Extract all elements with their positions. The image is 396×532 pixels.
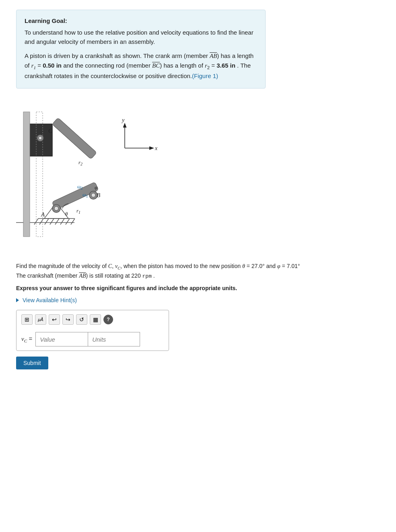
- help-button[interactable]: ?: [103, 315, 113, 324]
- figure1-link[interactable]: (Figure 1): [192, 72, 218, 79]
- value-input[interactable]: [35, 332, 88, 346]
- label-r1: r1: [76, 208, 80, 214]
- label-omega2: ω2: [77, 184, 83, 190]
- pin-B-inner: [91, 193, 95, 197]
- pin-C-inner: [39, 136, 42, 140]
- coordinate-axes: y x: [121, 117, 158, 151]
- undo-button[interactable]: ↩: [49, 314, 60, 325]
- phi-value: φ: [277, 263, 280, 269]
- label-theta: θ: [65, 211, 68, 217]
- vc-symbol: vC: [115, 263, 120, 269]
- matrix-button[interactable]: ⊞: [21, 314, 33, 325]
- label-r2: r2: [78, 159, 82, 166]
- express-text: Express your answer to three significant…: [16, 285, 380, 291]
- connecting-rod-BC: [52, 118, 97, 159]
- reset-icon: ↺: [79, 316, 84, 323]
- label-C: C: [48, 128, 53, 134]
- member-AB-q: AB: [79, 273, 86, 279]
- units-input[interactable]: [88, 332, 140, 346]
- svg-rect-14: [23, 112, 30, 237]
- answer-toolbar: ⊞ μÅ ↩ ↪ ↺ ▦ ?: [21, 314, 164, 328]
- r1-subscript: 1: [34, 65, 36, 70]
- keyboard-icon: ▦: [93, 316, 98, 323]
- submit-button[interactable]: Submit: [16, 357, 48, 369]
- hint-link[interactable]: View Available Hint(s): [16, 297, 380, 303]
- help-icon: ?: [107, 317, 109, 322]
- member-AB-text: AB: [210, 53, 217, 59]
- unit-button[interactable]: μÅ: [35, 314, 46, 325]
- hint-arrow-icon: [16, 298, 19, 302]
- label-phi: φ: [95, 184, 97, 190]
- matrix-icon: ⊞: [25, 316, 29, 323]
- learning-goal-title: Learning Goal:: [25, 17, 257, 24]
- problem-description: A piston is driven by a crankshaft as sh…: [25, 51, 257, 81]
- input-row: vC =: [21, 332, 164, 346]
- member-BC-text: BC: [152, 62, 160, 69]
- question-text: Find the magnitude of the velocity of C,…: [16, 262, 362, 280]
- svg-line-9: [66, 219, 70, 225]
- crankshaft-figure: y x C B A r2 r1 ω2 φ ω1 θ: [16, 100, 169, 249]
- redo-icon: ↪: [66, 316, 70, 323]
- x-axis-label: x: [155, 145, 158, 151]
- svg-line-6: [50, 219, 54, 225]
- svg-line-7: [55, 219, 59, 225]
- label-B: B: [97, 192, 100, 198]
- pin-A-inner: [54, 206, 58, 210]
- r2-subscript: 2: [207, 65, 210, 70]
- svg-line-8: [60, 219, 64, 225]
- label-A: A: [41, 211, 45, 218]
- figure-container: y x C B A r2 r1 ω2 φ ω1 θ: [16, 100, 177, 250]
- y-axis-label: y: [121, 117, 125, 123]
- vc-label: vC =: [21, 335, 32, 343]
- reset-button[interactable]: ↺: [76, 314, 87, 325]
- learning-goal-paragraph1: To understand how to use the relative po…: [25, 28, 257, 46]
- answer-box: ⊞ μÅ ↩ ↪ ↺ ▦ ? vC =: [16, 310, 169, 351]
- keyboard-button[interactable]: ▦: [90, 314, 101, 325]
- undo-icon: ↩: [52, 316, 57, 323]
- rpm-unit: rpm: [142, 273, 152, 279]
- svg-line-10: [71, 219, 75, 225]
- redo-button[interactable]: ↪: [62, 314, 74, 325]
- unit-icon: μÅ: [38, 317, 43, 322]
- svg-line-5: [45, 219, 49, 225]
- theta-value: θ: [242, 263, 245, 269]
- svg-rect-12: [52, 118, 97, 159]
- velocity-C-symbol: C: [108, 263, 112, 269]
- hint-label: View Available Hint(s): [23, 297, 77, 303]
- learning-goal-box: Learning Goal: To understand how to use …: [16, 10, 266, 89]
